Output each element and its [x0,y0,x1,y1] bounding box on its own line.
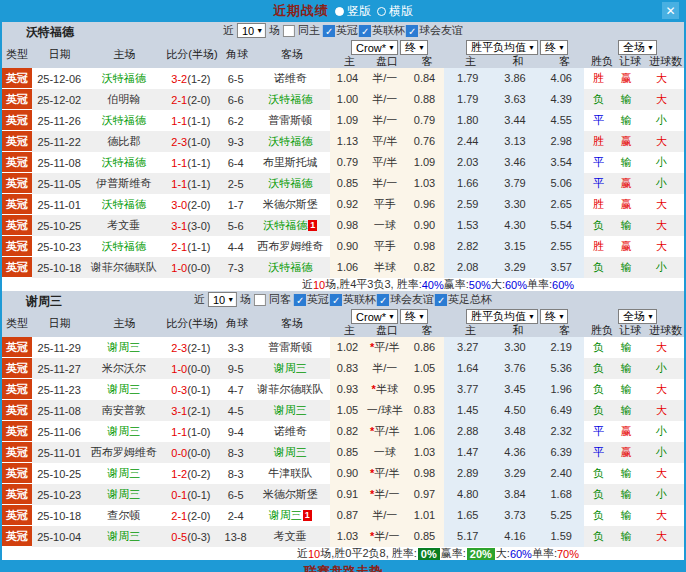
score: 2-1(1-1) [161,241,221,253]
sub-column-header: 盘口 [367,54,407,69]
league-checkbox-checked[interactable]: ✓ [359,25,371,37]
euro-home-odds: 3.77 [444,379,491,400]
odds-value: 一/球半 [367,404,403,416]
left-column-headers: 类型日期主场比分(半场)角球客场 [2,309,332,337]
league-checkbox-checked[interactable]: ✓ [323,25,335,37]
corner-score: 9-3 [221,136,251,148]
match-row: 英冠25-10-18谢菲尔德联队1-0(0-0)7-3沃特福德1.06半球0.8… [2,257,684,278]
league-checkbox-checked[interactable]: ✓ [330,294,342,306]
sub-column-header: 主 [447,54,494,69]
asian-away-odds: 0.85 [405,526,445,547]
team-name: 谢周三 [107,530,140,542]
halftime-score: (1-1) [187,115,210,127]
result-handicap: 赢 [613,239,639,254]
summary-part: 场,胜0平2负8, 胜率: [320,546,417,561]
close-icon[interactable]: ✕ [662,2,679,19]
column-header: 客场 [252,316,332,331]
odds-value: 半/一 [372,509,397,521]
dropdown-select[interactable]: 胜平负均值▼ [466,40,538,55]
dropdown-select[interactable]: Crow*▼ [351,40,398,55]
asian-away-odds: 1.06 [405,421,445,442]
chevron-down-icon: ▼ [418,44,425,51]
fulltime-score: 2-3 [171,136,187,148]
odds-value: 平/半 [372,135,397,147]
league-checkbox-checked[interactable]: ✓ [435,294,447,306]
match-date: 25-11-01 [32,447,87,459]
score: 2-3(1-0) [161,136,221,148]
odds-value: 1.06 [414,425,435,437]
euro-home-odds: 5.17 [444,526,491,547]
euro-home-odds: 1.79 [444,68,491,89]
asian-home-odds: 1.06 [330,257,365,278]
league-type: 英冠 [2,505,32,526]
league-type: 英冠 [2,484,32,505]
dropdown-row: Crow*▼终▼胜平负均值▼终▼全场▼ [332,309,686,324]
summary-part: 场,胜4平3负3, 胜率: [325,277,422,292]
match-row: 英冠25-10-23谢周三0-1(0-1)6-5米德尔斯堡0.91*半/一0.9… [2,484,684,505]
odds-value: 1.03 [414,446,435,458]
dropdown-label: 终 [405,40,416,55]
league-checkbox-checked[interactable]: ✓ [377,294,389,306]
match-date: 25-11-05 [32,178,87,190]
dropdown-select[interactable]: Crow*▼ [351,309,398,324]
euro-draw-odds: 4.30 [491,215,539,236]
asian-away-odds: 0.88 [405,89,445,110]
score: 0-5(0-3) [161,531,221,543]
league-type: 英冠 [2,131,32,152]
same-venue-checkbox[interactable] [283,25,295,37]
team-name: 沃特福德 [263,219,307,231]
result-goals: 大 [639,239,684,254]
odds-value: 半/一 [372,114,397,126]
radio-selected-icon [335,7,344,16]
recent-count-select[interactable]: 10▼ [237,23,266,38]
score: 0-0(0-0) [161,447,221,459]
team-name: 沃特福德 [26,24,74,41]
halftime-score: (0-1) [187,384,210,396]
dropdown-select[interactable]: 终▼ [400,309,428,324]
team-name: 沃特福德 [102,156,146,168]
team-name: 谢周三 [107,488,140,500]
euro-draw-odds: 4.36 [491,442,539,463]
same-venue-checkbox[interactable] [254,294,266,306]
euro-away-odds: 1.96 [539,379,584,400]
odds-value: 0.83 [414,404,435,416]
chevron-down-icon: ▼ [388,313,395,320]
league-checkbox-checked[interactable]: ✓ [294,294,306,306]
asian-home-odds: 0.98 [330,215,365,236]
dropdown-select[interactable]: 终▼ [540,309,568,324]
asian-away-odds: 0.84 [405,68,445,89]
dropdown-select[interactable]: 终▼ [400,40,428,55]
result-goals: 大 [639,529,684,544]
match-row: 英冠25-10-23沃特福德2-1(1-1)4-4西布罗姆维奇0.90平手0.9… [2,236,684,257]
dropdown-select[interactable]: 全场▼ [618,40,657,55]
asian-away-odds: 1.05 [405,358,445,379]
match-row: 英冠25-11-26沃特福德1-1(1-1)6-2普雷斯顿1.09半/一0.79… [2,110,684,131]
league-checkbox-checked[interactable]: ✓ [406,25,418,37]
euro-home-odds: 2.88 [444,421,491,442]
result-goals: 小 [639,445,684,460]
recent-count-select[interactable]: 10▼ [208,292,237,307]
asian-handicap: 半/一 [365,505,405,526]
radio-vertical-layout[interactable]: 竖版 [335,3,371,20]
asian-handicap: 平手 [365,194,405,215]
corner-score: 6-4 [221,157,251,169]
euro-draw-odds: 3.79 [491,173,539,194]
column-header: 类型 [2,316,32,331]
corner-score: 4-4 [221,241,251,253]
sub-header-row: 主盘口客主和客胜负让球进球数 [332,324,686,337]
euro-draw-odds: 3.15 [491,236,539,257]
league-type: 英冠 [2,337,32,358]
fulltime-score: 1-0 [171,363,187,375]
dropdown-select[interactable]: 全场▼ [618,309,657,324]
euro-home-odds: 1.65 [444,505,491,526]
dropdown-select[interactable]: 胜平负均值▼ [466,309,538,324]
league-filter-label: 英联杯 [372,23,405,38]
match-row: 英冠25-10-25考文垂3-1(3-0)5-6沃特福德10.98一球0.901… [2,215,684,236]
euro-away-odds: 2.32 [539,421,584,442]
dropdown-select[interactable]: 终▼ [540,40,568,55]
match-row: 英冠25-10-25谢周三1-2(0-2)8-3牛津联队0.90*平/半0.98… [2,463,684,484]
odds-value: 0.90 [337,240,358,252]
result-goals: 大 [639,340,684,355]
result-goals: 大 [639,134,684,149]
radio-horizontal-layout[interactable]: 横版 [377,3,413,20]
